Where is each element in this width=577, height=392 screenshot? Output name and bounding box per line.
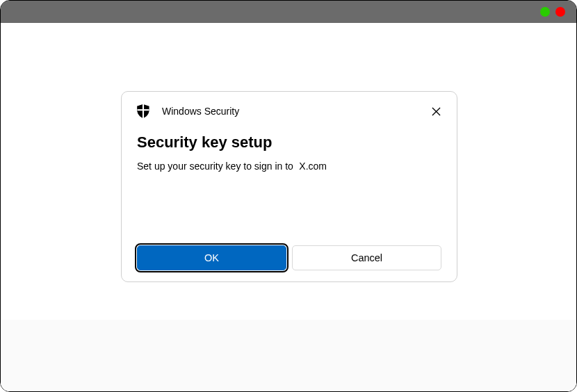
minimize-dot[interactable] <box>540 7 550 17</box>
dialog-title: Security key setup <box>137 133 441 152</box>
dialog-buttons: OK Cancel <box>137 245 441 270</box>
bottom-strip <box>1 320 576 391</box>
dialog-header-left: Windows Security <box>137 104 239 118</box>
security-dialog: Windows Security Security key setup Set … <box>121 91 457 282</box>
cancel-button[interactable]: Cancel <box>292 245 441 270</box>
shield-icon <box>137 104 149 118</box>
dialog-header: Windows Security <box>137 104 441 118</box>
svg-rect-1 <box>143 104 144 118</box>
dialog-message-row: Set up your security key to sign in to X… <box>137 160 441 172</box>
content-area: Windows Security Security key setup Set … <box>1 23 576 391</box>
dialog-app-name: Windows Security <box>162 106 239 117</box>
close-dot[interactable] <box>555 7 565 17</box>
close-icon[interactable] <box>430 106 441 117</box>
titlebar <box>1 1 576 23</box>
dialog-site: X.com <box>299 161 327 172</box>
dialog-message: Set up your security key to sign in to <box>137 161 293 172</box>
app-window: Windows Security Security key setup Set … <box>0 0 577 392</box>
ok-button[interactable]: OK <box>137 245 286 270</box>
